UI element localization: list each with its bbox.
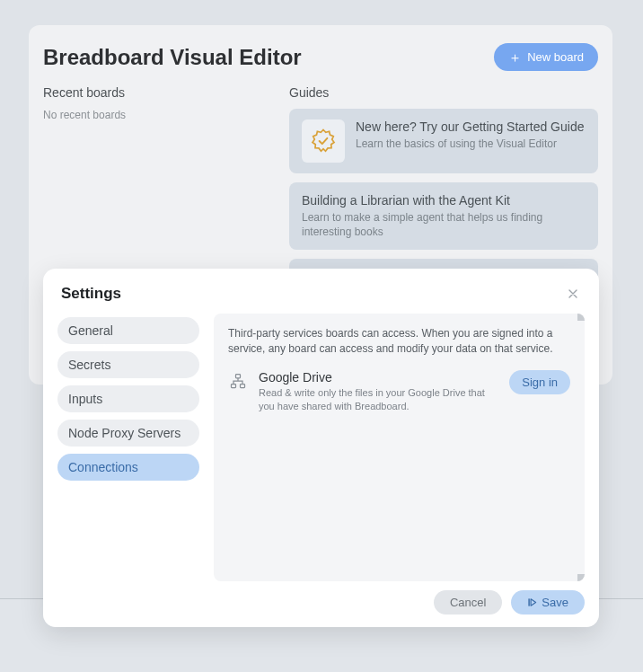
close-icon bbox=[568, 288, 578, 299]
scrollbar-corner-icon bbox=[577, 574, 585, 581]
scrollbar-corner-icon bbox=[577, 314, 585, 321]
nav-item-inputs[interactable]: Inputs bbox=[57, 385, 199, 412]
guide-text: New here? Try our Getting Started Guide … bbox=[356, 119, 586, 151]
guide-desc: Learn to make a simple agent that helps … bbox=[302, 210, 586, 239]
star-badge-icon bbox=[310, 128, 337, 155]
signin-button[interactable]: Sign in bbox=[509, 370, 570, 394]
service-name: Google Drive bbox=[259, 370, 498, 385]
recent-empty-text: No recent boards bbox=[43, 109, 268, 121]
service-tree-icon bbox=[228, 372, 248, 392]
guide-desc: Learn the basics of using the Visual Edi… bbox=[356, 137, 586, 151]
settings-modal: Settings General Secrets Inputs Node Pro… bbox=[43, 269, 599, 627]
service-text: Google Drive Read & write only the files… bbox=[259, 370, 498, 413]
nav-item-general[interactable]: General bbox=[57, 317, 199, 344]
modal-body: General Secrets Inputs Node Proxy Server… bbox=[43, 314, 599, 581]
nav-item-connections[interactable]: Connections bbox=[57, 454, 199, 481]
main-header: Breadboard Visual Editor ＋ New board bbox=[43, 43, 598, 71]
service-desc: Read & write only the files in your Goog… bbox=[259, 386, 498, 413]
connections-intro: Third-party services boards can access. … bbox=[228, 326, 570, 358]
nav-item-secrets[interactable]: Secrets bbox=[57, 351, 199, 378]
guide-title: Building a Librarian with the Agent Kit bbox=[302, 193, 586, 208]
recent-heading: Recent boards bbox=[43, 85, 268, 100]
guide-title: New here? Try our Getting Started Guide bbox=[356, 119, 586, 134]
svg-rect-0 bbox=[236, 374, 241, 377]
new-board-label: New board bbox=[527, 50, 584, 64]
save-label: Save bbox=[542, 596, 568, 609]
new-board-button[interactable]: ＋ New board bbox=[494, 43, 598, 71]
modal-title: Settings bbox=[61, 285, 121, 303]
modal-header: Settings bbox=[43, 269, 599, 314]
service-row: Google Drive Read & write only the files… bbox=[228, 370, 570, 413]
guide-card[interactable]: New here? Try our Getting Started Guide … bbox=[289, 109, 598, 173]
guides-heading: Guides bbox=[289, 85, 598, 100]
guide-text: Building a Librarian with the Agent Kit … bbox=[302, 193, 586, 239]
cancel-button[interactable]: Cancel bbox=[434, 590, 502, 615]
close-button[interactable] bbox=[565, 286, 581, 302]
play-icon bbox=[527, 597, 537, 607]
guide-badge-icon bbox=[302, 119, 345, 163]
save-button[interactable]: Save bbox=[511, 590, 585, 615]
plus-icon: ＋ bbox=[508, 50, 522, 64]
svg-rect-2 bbox=[241, 384, 245, 387]
modal-footer: Cancel Save bbox=[43, 581, 599, 627]
svg-rect-1 bbox=[232, 384, 236, 387]
settings-content: Third-party services boards can access. … bbox=[214, 314, 585, 581]
guide-card[interactable]: Building a Librarian with the Agent Kit … bbox=[289, 182, 598, 250]
nav-item-node-proxy-servers[interactable]: Node Proxy Servers bbox=[57, 420, 199, 447]
page-title: Breadboard Visual Editor bbox=[43, 45, 302, 70]
svg-rect-3 bbox=[529, 598, 530, 606]
settings-nav: General Secrets Inputs Node Proxy Server… bbox=[57, 314, 199, 581]
